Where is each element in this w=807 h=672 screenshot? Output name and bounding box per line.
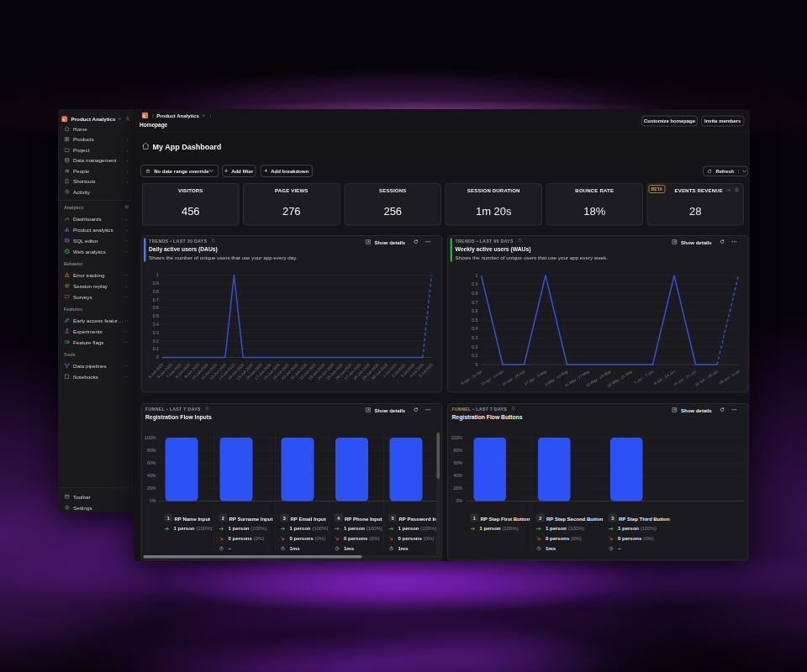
svg-text:0%: 0% [150,498,156,503]
svg-text:0.4: 0.4 [153,322,159,327]
svg-text:0: 0 [156,354,159,360]
svg-text:0.6: 0.6 [153,305,159,310]
svg-text:22-Jun - 28-Jun: 22-Jun - 28-Jun [694,369,720,386]
svg-text:1-Jun - 7-Jun: 1-Jun - 7-Jun [633,369,655,385]
svg-text:1: 1 [156,272,159,277]
svg-text:0%: 0% [456,498,462,503]
svg-text:0.8: 0.8 [153,289,159,294]
svg-text:0.7: 0.7 [472,300,477,305]
svg-text:80%: 80% [147,448,156,453]
svg-text:60%: 60% [453,460,462,465]
svg-text:0.9: 0.9 [153,281,159,286]
svg-text:0.3: 0.3 [153,330,159,335]
svg-text:0.8: 0.8 [472,291,477,296]
svg-text:20-Apr - 26-Apr: 20-Apr - 26-Apr [502,369,526,386]
svg-text:0.2: 0.2 [153,339,159,344]
svg-text:29-Jun - 5-Jul: 29-Jun - 5-Jul [719,370,741,386]
svg-text:0.9: 0.9 [472,281,477,286]
svg-text:0.1: 0.1 [153,346,159,351]
svg-text:0.2: 0.2 [472,344,477,349]
svg-text:100%: 100% [145,435,156,440]
svg-text:0.6: 0.6 [472,308,477,313]
svg-text:0: 0 [476,362,478,367]
svg-text:100%: 100% [451,435,463,440]
svg-text:0.7: 0.7 [153,297,159,302]
svg-text:20%: 20% [147,486,156,491]
svg-text:0.5: 0.5 [153,313,159,318]
svg-text:20%: 20% [453,486,462,491]
svg-text:80%: 80% [453,448,462,453]
svg-text:40%: 40% [453,473,462,478]
svg-text:1: 1 [476,273,478,278]
svg-text:15-Jun - 21-Jun: 15-Jun - 21-Jun [672,369,698,386]
svg-text:0.1: 0.1 [472,353,477,358]
svg-text:0.3: 0.3 [472,335,477,340]
svg-text:60%: 60% [147,460,156,465]
svg-text:0.5: 0.5 [472,318,477,323]
svg-text:0.4: 0.4 [472,326,477,331]
svg-text:13-Apr - 19-Apr: 13-Apr - 19-Apr [480,369,504,386]
svg-text:40%: 40% [147,473,156,478]
